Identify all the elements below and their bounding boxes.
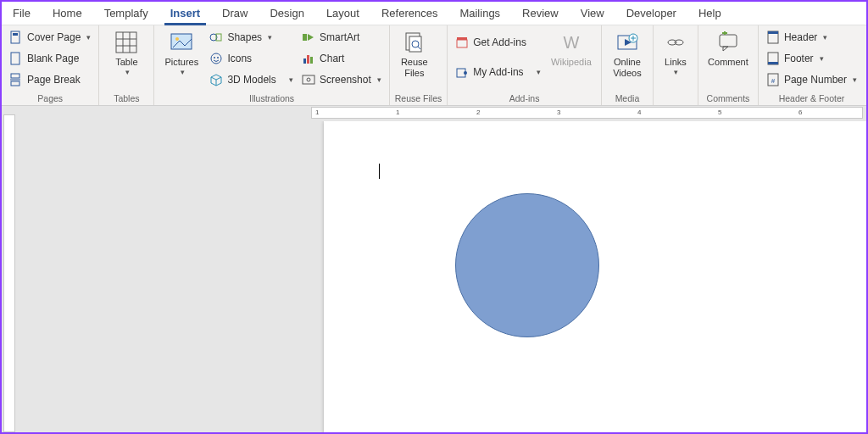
group-addins-label: Add-ins	[453, 92, 596, 104]
group-header-footer: Header▾ Footer▾ # Page Number▾ Header & …	[759, 25, 865, 105]
svg-rect-48	[768, 31, 778, 34]
footer-icon	[766, 52, 780, 65]
group-media: Online Videos Media	[602, 25, 654, 105]
group-links: Links ▾	[654, 25, 698, 105]
pictures-button[interactable]: Pictures ▾	[159, 27, 203, 76]
svg-rect-31	[457, 40, 467, 47]
ruler-mark: 5	[718, 108, 721, 116]
online-videos-button[interactable]: Online Videos	[607, 27, 648, 78]
table-icon	[114, 30, 139, 55]
page-number-button[interactable]: # Page Number▾	[764, 70, 860, 90]
3d-models-button[interactable]: 3D Models ▾	[207, 70, 296, 90]
screenshot-button[interactable]: Screenshot▾	[299, 70, 384, 90]
page-break-label: Page Break	[27, 74, 81, 86]
get-addins-button[interactable]: Get Add-ins	[453, 32, 543, 53]
page-number-label: Page Number	[784, 74, 847, 86]
svg-rect-6	[116, 32, 136, 53]
svg-rect-28	[409, 36, 421, 52]
tab-insert[interactable]: Insert	[159, 2, 211, 25]
group-comments-label: Comments	[704, 92, 753, 104]
group-illustrations: Pictures ▾ Shapes▾ Icons 3D Models ▾	[154, 25, 389, 105]
icons-button[interactable]: Icons	[207, 48, 296, 69]
tab-design[interactable]: Design	[259, 2, 314, 25]
shapes-button[interactable]: Shapes▾	[207, 27, 296, 47]
links-button[interactable]: Links ▾	[659, 27, 693, 76]
table-label: Table	[115, 57, 137, 68]
svg-rect-3	[11, 74, 19, 78]
page-area[interactable]	[19, 121, 866, 432]
svg-point-34	[464, 71, 467, 75]
puzzle-icon	[455, 65, 469, 79]
svg-rect-1	[13, 33, 18, 36]
chevron-down-icon: ▾	[853, 75, 857, 84]
ruler-mark: 6	[798, 108, 802, 116]
header-button[interactable]: Header▾	[764, 27, 860, 47]
tab-references[interactable]: References	[370, 2, 448, 25]
my-addins-label: My Add-ins	[473, 66, 523, 78]
cover-page-button[interactable]: Cover Page▾	[7, 27, 93, 47]
smartart-icon	[302, 31, 315, 44]
menubar: File Home Templafy Insert Draw Design La…	[2, 2, 866, 25]
chevron-down-icon: ▾	[125, 68, 130, 76]
group-pages-label: Pages	[7, 92, 93, 104]
footer-button[interactable]: Footer▾	[764, 48, 860, 69]
tab-home[interactable]: Home	[42, 2, 93, 25]
chart-button[interactable]: Chart	[299, 48, 384, 69]
ribbon: Cover Page▾ Blank Page Page Break Pages …	[2, 25, 866, 106]
my-addins-button[interactable]: My Add-ins ▾	[453, 62, 543, 82]
document-page[interactable]	[324, 121, 866, 432]
3d-models-label: 3D Models	[227, 74, 275, 86]
svg-rect-4	[11, 81, 19, 86]
tab-help[interactable]: Help	[687, 2, 732, 25]
tab-view[interactable]: View	[570, 2, 615, 25]
ruler-mark: 2	[476, 108, 480, 116]
video-icon	[615, 30, 640, 55]
chevron-down-icon: ▾	[820, 54, 824, 63]
get-addins-label: Get Add-ins	[473, 36, 526, 48]
tab-review[interactable]: Review	[511, 2, 570, 25]
cover-page-label: Cover Page	[27, 31, 81, 43]
svg-marker-21	[308, 34, 314, 41]
smartart-button[interactable]: SmartArt	[299, 27, 384, 47]
table-button[interactable]: Table ▾	[104, 27, 148, 76]
tab-file[interactable]: File	[2, 2, 42, 25]
header-label: Header	[784, 31, 817, 43]
tab-developer[interactable]: Developer	[615, 2, 687, 25]
smartart-label: SmartArt	[320, 31, 359, 43]
chevron-down-icon: ▾	[181, 68, 185, 76]
group-reuse-files: Reuse Files Reuse Files	[390, 25, 448, 105]
ruler-mark: 3	[557, 108, 560, 116]
horizontal-ruler[interactable]: 1 1 2 3 4 5 6 7	[19, 106, 866, 121]
circle-shape[interactable]	[455, 193, 599, 337]
ruler-mark: 1	[315, 108, 319, 116]
svg-point-17	[217, 57, 219, 58]
blank-page-button[interactable]: Blank Page	[7, 48, 93, 69]
tab-layout[interactable]: Layout	[315, 2, 370, 25]
tab-mailings[interactable]: Mailings	[448, 2, 511, 25]
svg-rect-25	[303, 75, 314, 84]
ruler-mark: 1	[396, 108, 399, 116]
group-addins: Get Add-ins My Add-ins ▾ W Wikipedia Add…	[448, 25, 602, 105]
group-pages: Cover Page▾ Blank Page Page Break Pages	[2, 25, 99, 105]
icons-label: Icons	[227, 53, 252, 64]
store-icon	[455, 36, 469, 49]
svg-marker-44	[723, 47, 728, 51]
group-illustrations-label: Illustrations	[159, 92, 383, 104]
header-icon	[766, 31, 780, 44]
chevron-down-icon: ▾	[86, 33, 91, 42]
vertical-ruler[interactable]	[2, 106, 19, 432]
page-break-button[interactable]: Page Break	[7, 70, 93, 90]
group-links-label	[659, 92, 693, 104]
tab-draw[interactable]: Draw	[211, 2, 259, 25]
footer-label: Footer	[784, 53, 814, 64]
svg-text:W: W	[563, 33, 579, 52]
tab-templafy[interactable]: Templafy	[93, 2, 159, 25]
link-icon	[663, 30, 688, 55]
group-reuse-files-label: Reuse Files	[395, 92, 442, 104]
work-area: 1 1 2 3 4 5 6 7	[2, 106, 866, 432]
page-number-icon: #	[766, 73, 780, 86]
comment-button[interactable]: Comment	[704, 27, 753, 68]
screenshot-label: Screenshot	[320, 74, 371, 86]
reuse-files-button[interactable]: Reuse Files	[395, 27, 434, 78]
group-tables-label: Tables	[104, 92, 148, 104]
